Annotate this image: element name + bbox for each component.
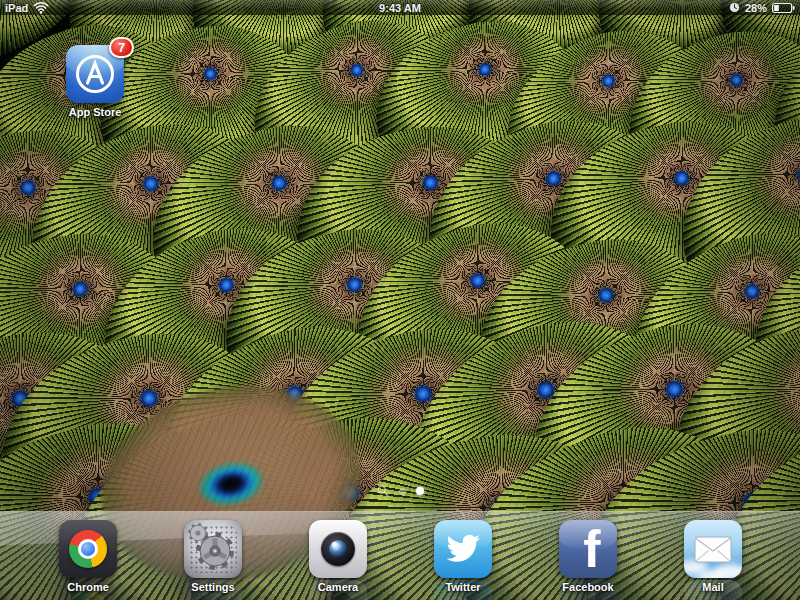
ipad-home-screen: iPad 9:43 AM 28% (0, 0, 800, 600)
alarm-clock-icon (729, 2, 740, 13)
dock-label: Facebook (533, 581, 643, 593)
small-gear-icon (190, 525, 206, 541)
facebook-icon[interactable]: f (559, 520, 617, 578)
dock-app-mail[interactable]: Mail (684, 520, 742, 600)
camera-icon[interactable] (309, 520, 367, 578)
dock-label: Chrome (33, 581, 143, 593)
notification-badge: 7 (109, 37, 134, 58)
status-clock: 9:43 AM (0, 2, 800, 14)
dock-label: Settings (158, 581, 268, 593)
page-indicator (0, 484, 800, 498)
mail-icon[interactable] (684, 520, 742, 578)
spotlight-search-icon[interactable] (377, 485, 389, 497)
dock-label: Camera (283, 581, 393, 593)
dock-label: Twitter (408, 581, 518, 593)
settings-icon[interactable] (184, 520, 242, 578)
dock-label: Mail (658, 581, 768, 593)
app-icon-app-store[interactable]: 7 App Store (66, 45, 124, 125)
twitter-icon[interactable] (434, 520, 492, 578)
camera-lens (321, 592, 355, 600)
dock-app-camera[interactable]: Camera (309, 520, 367, 600)
app-label: App Store (40, 106, 150, 118)
camera-lens (321, 532, 355, 566)
page-dot-2-current[interactable] (416, 487, 424, 495)
status-bar: iPad 9:43 AM 28% (0, 0, 800, 15)
chrome-icon[interactable] (59, 520, 117, 578)
dock-app-facebook[interactable]: f Facebook f (559, 520, 617, 600)
chrome-logo (69, 530, 107, 568)
battery-percent: 28% (745, 2, 767, 14)
envelope (684, 520, 742, 578)
twitter-bird (445, 531, 481, 567)
dock-app-settings[interactable]: Settings (184, 520, 242, 600)
battery-icon (772, 2, 796, 14)
dock-app-chrome[interactable]: Chrome (59, 520, 117, 600)
facebook-f-glyph: f (559, 520, 617, 578)
dock-app-twitter[interactable]: Twitter (434, 520, 492, 600)
page-dot-1[interactable] (399, 488, 406, 495)
dock: Chrome (0, 511, 800, 600)
